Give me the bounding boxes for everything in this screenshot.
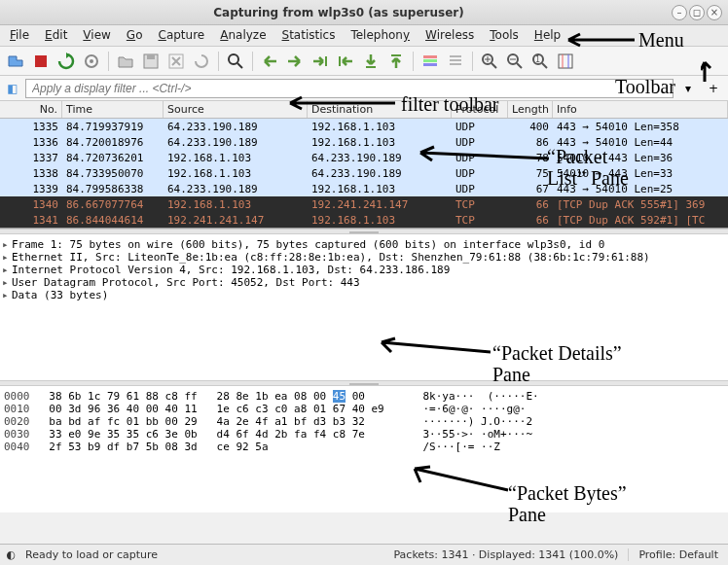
cell-proto: UDP: [452, 166, 508, 181]
cell-len: 66: [508, 213, 553, 228]
col-header-no[interactable]: No.: [0, 101, 62, 118]
svg-rect-14: [423, 63, 437, 66]
packet-rows[interactable]: 133584.71993791964.233.190.189192.168.1.…: [0, 119, 728, 228]
menu-wireless[interactable]: Wireless: [418, 25, 482, 46]
open-file-button[interactable]: [114, 50, 137, 73]
go-last-button[interactable]: [359, 50, 382, 73]
menu-analyze[interactable]: Analyze: [212, 25, 273, 46]
status-profile[interactable]: Profile: Default: [628, 548, 728, 561]
splitter-list-details[interactable]: [0, 229, 728, 234]
window-controls: – ◻ ×: [672, 5, 722, 20]
col-header-length[interactable]: Length: [508, 101, 553, 118]
col-header-info[interactable]: Info: [553, 101, 728, 118]
reload-button[interactable]: [190, 50, 213, 73]
col-header-time[interactable]: Time: [62, 101, 164, 118]
table-row[interactable]: 134186.844044614192.241.241.147192.168.1…: [0, 212, 728, 228]
cell-info: [TCP Dup ACK 592#1] [TC: [553, 213, 728, 228]
cell-no: 1340: [0, 197, 62, 212]
close-file-button[interactable]: [164, 50, 188, 73]
display-filter-input[interactable]: [25, 79, 673, 98]
byte-line[interactable]: 0030 33 e0 9e 35 35 c6 3e 0b d4 6f 4d 2b…: [4, 428, 724, 441]
minimize-button[interactable]: –: [672, 5, 687, 20]
add-button[interactable]: +: [703, 79, 724, 98]
cell-proto: UDP: [452, 135, 508, 150]
bookmark-icon[interactable]: ◧: [4, 80, 21, 97]
detail-line[interactable]: ▸Ethernet II, Src: LiteonTe_8e:1b:ea (c8…: [2, 251, 726, 264]
packet-bytes-pane[interactable]: 0000 38 6b 1c 79 61 88 c8 ff 28 8e 1b ea…: [0, 386, 728, 512]
cell-dst: 64.233.190.189: [308, 166, 452, 181]
capture-options-button[interactable]: [80, 50, 103, 73]
cell-proto: TCP: [452, 197, 508, 212]
stop-capture-button[interactable]: [29, 50, 53, 73]
menu-telephony[interactable]: Telephony: [343, 25, 418, 46]
detail-line[interactable]: ▸Data (33 bytes): [2, 289, 726, 301]
byte-line[interactable]: 0040 2f 53 b9 df b7 5b 08 3d ce 92 5a /S…: [4, 441, 724, 453]
cell-no: 1336: [0, 135, 62, 150]
cell-info: [TCP Dup ACK 555#1] 369: [553, 197, 728, 212]
go-forward-button[interactable]: [283, 50, 307, 73]
auto-scroll-button[interactable]: [384, 50, 408, 73]
titlebar: Capturing from wlp3s0 (as superuser) – ◻…: [0, 0, 728, 25]
expert-info-icon[interactable]: ◐: [0, 548, 21, 561]
menu-file[interactable]: File: [2, 25, 37, 46]
colorize-button[interactable]: [419, 50, 442, 73]
detail-line[interactable]: ▸Frame 1: 75 bytes on wire (600 bits), 7…: [2, 238, 726, 251]
col-header-protocol[interactable]: Protocol: [452, 101, 508, 118]
detail-line[interactable]: ▸Internet Protocol Version 4, Src: 192.1…: [2, 264, 726, 276]
zoom-in-button[interactable]: [478, 50, 501, 73]
cell-time: 86.844044614: [62, 213, 164, 228]
svg-line-26: [542, 63, 547, 68]
cell-proto: UDP: [452, 151, 508, 165]
menu-go[interactable]: Go: [119, 25, 151, 46]
expression-button[interactable]: ▾: [677, 79, 699, 98]
cell-time: 84.720018976: [62, 135, 164, 150]
zoom-reset-button[interactable]: 1: [528, 50, 552, 73]
go-first-button[interactable]: [334, 50, 357, 73]
go-back-button[interactable]: [258, 50, 281, 73]
svg-line-19: [491, 63, 496, 68]
toolbar: 1: [0, 47, 728, 76]
cell-src: 64.233.190.189: [164, 182, 308, 196]
table-row[interactable]: 133784.720736201192.168.1.10364.233.190.…: [0, 150, 728, 165]
go-to-packet-button[interactable]: [309, 50, 332, 73]
menu-view[interactable]: View: [75, 25, 118, 46]
find-packet-button[interactable]: [224, 50, 247, 73]
cell-proto: UDP: [452, 182, 508, 196]
menu-tools[interactable]: Tools: [482, 25, 527, 46]
start-capture-button[interactable]: [4, 50, 27, 73]
col-header-destination[interactable]: Destination: [308, 101, 452, 118]
table-row[interactable]: 133584.71993791964.233.190.189192.168.1.…: [0, 119, 728, 134]
table-row[interactable]: 133884.733950070192.168.1.10364.233.190.…: [0, 165, 728, 181]
status-left: Ready to load or capture: [21, 548, 383, 561]
maximize-button[interactable]: ◻: [689, 5, 705, 20]
byte-line[interactable]: 0020 ba bd af fc 01 bb 00 29 4a 2e 4f a1…: [4, 415, 724, 428]
resize-columns-button[interactable]: [444, 50, 467, 73]
table-row[interactable]: 133684.72001897664.233.190.189192.168.1.…: [0, 134, 728, 150]
menu-help[interactable]: Help: [527, 25, 568, 46]
restart-capture-button[interactable]: [55, 50, 78, 73]
packet-details-pane[interactable]: ▸Frame 1: 75 bytes on wire (600 bits), 7…: [0, 234, 728, 380]
cell-no: 1335: [0, 120, 62, 134]
cell-info: 443 → 54010 Len=358: [553, 120, 728, 134]
resize-all-button[interactable]: [554, 50, 577, 73]
table-row[interactable]: 133984.79958633864.233.190.189192.168.1.…: [0, 181, 728, 196]
splitter-details-bytes[interactable]: [0, 380, 728, 386]
filter-toolbar: ◧ ▾ +: [0, 76, 728, 101]
cell-src: 192.168.1.103: [164, 151, 308, 165]
cell-no: 1338: [0, 166, 62, 181]
col-header-source[interactable]: Source: [164, 101, 308, 118]
close-button[interactable]: ×: [707, 5, 722, 20]
detail-line[interactable]: ▸User Datagram Protocol, Src Port: 45052…: [2, 276, 726, 289]
menu-edit[interactable]: Edit: [37, 25, 75, 46]
menu-capture[interactable]: Capture: [150, 25, 212, 46]
menu-statistics[interactable]: Statistics: [274, 25, 344, 46]
save-file-button[interactable]: [139, 50, 163, 73]
cell-len: 400: [508, 120, 553, 134]
cell-src: 64.233.190.189: [164, 120, 308, 134]
table-row[interactable]: 134086.667077764192.168.1.103192.241.241…: [0, 196, 728, 212]
cell-no: 1341: [0, 213, 62, 228]
byte-line[interactable]: 0000 38 6b 1c 79 61 88 c8 ff 28 8e 1b ea…: [4, 390, 724, 403]
cell-src: 192.168.1.103: [164, 166, 308, 181]
zoom-out-button[interactable]: [503, 50, 527, 73]
byte-line[interactable]: 0010 00 3d 96 36 40 00 40 11 1e c6 c3 c0…: [4, 403, 724, 415]
